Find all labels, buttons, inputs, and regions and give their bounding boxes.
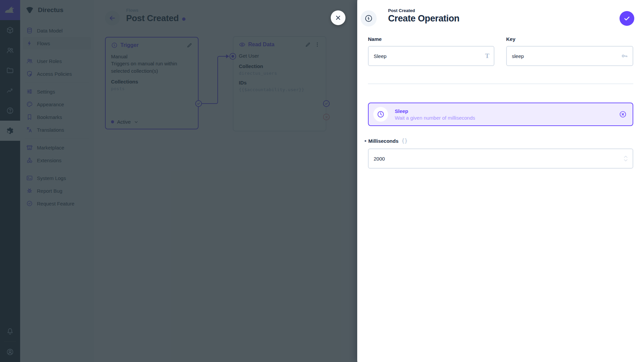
close-drawer-button[interactable] xyxy=(331,10,345,25)
x-circle-icon xyxy=(619,110,627,118)
selected-operation-name: Sleep xyxy=(395,108,475,114)
drawer-title: Create Operation xyxy=(388,13,460,24)
stepper-down-icon[interactable] xyxy=(623,159,628,162)
deselect-operation-button[interactable] xyxy=(619,110,627,118)
name-input[interactable] xyxy=(368,46,494,66)
section-divider xyxy=(368,83,633,84)
name-field-label: Name xyxy=(368,36,382,42)
stepper-up-icon[interactable] xyxy=(623,155,628,159)
clock-icon xyxy=(377,110,385,118)
save-button[interactable] xyxy=(620,11,634,26)
number-stepper xyxy=(623,155,628,162)
operation-avatar xyxy=(373,107,388,122)
milliseconds-input[interactable] xyxy=(368,148,633,169)
drawer-context: Post Created xyxy=(388,8,460,13)
drawer-header-badge xyxy=(361,10,377,26)
key-input[interactable] xyxy=(506,46,633,66)
key-icon xyxy=(621,52,628,60)
selected-operation-description: Wait a given number of milliseconds xyxy=(395,115,475,121)
bolt-circle-icon xyxy=(364,14,373,23)
modal-overlay[interactable] xyxy=(0,0,357,362)
required-dot xyxy=(365,140,366,142)
key-field-label: Key xyxy=(506,36,516,42)
title-format-icon: T xyxy=(485,52,489,60)
selected-operation-card[interactable]: Sleep Wait a given number of millisecond… xyxy=(368,103,633,126)
check-icon xyxy=(623,15,631,22)
create-operation-drawer: Post Created Create Operation Name T Key xyxy=(357,0,644,362)
close-icon xyxy=(335,14,341,21)
raw-value-toggle-icon[interactable]: {} xyxy=(401,138,408,144)
milliseconds-field-label: Milliseconds xyxy=(368,138,398,144)
